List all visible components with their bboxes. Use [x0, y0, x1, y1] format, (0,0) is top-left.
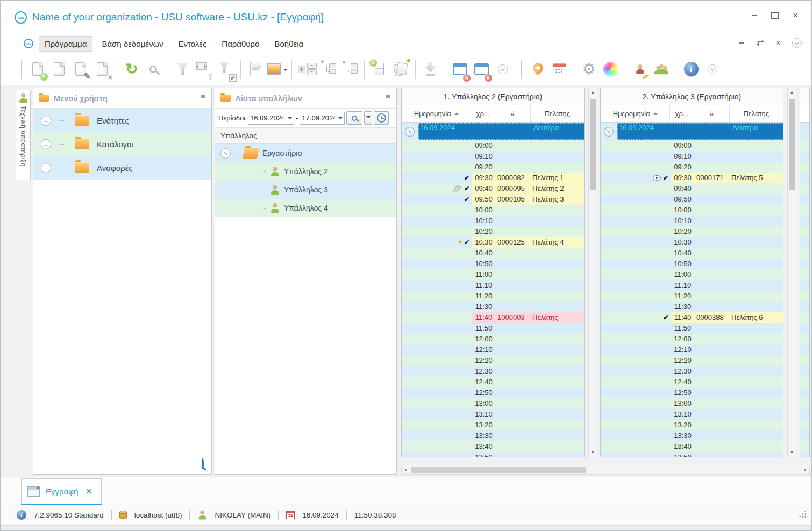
time-slot-row[interactable]: 10:50: [601, 259, 783, 269]
column-header-2[interactable]: #: [495, 105, 531, 122]
vertical-scrollbar[interactable]: ▲ ▼: [588, 88, 597, 457]
toolbar-grip[interactable]: [519, 60, 522, 79]
time-slot-row[interactable]: 12:40: [402, 377, 584, 388]
toolbar-flag-button[interactable]: [245, 58, 266, 81]
time-slot-row[interactable]: 10:30: [601, 237, 783, 248]
time-slot-row[interactable]: 13:10: [402, 409, 584, 420]
time-slot-row[interactable]: 10:10: [601, 216, 783, 226]
collapse-icon[interactable]: [604, 127, 614, 137]
tab-registration[interactable]: Εγγραφή ✕: [21, 478, 102, 504]
tab-close-icon[interactable]: ✕: [86, 487, 92, 496]
column-header-0[interactable]: Ημερομηνία: [601, 105, 670, 122]
time-slot-row[interactable]: 10:40: [402, 248, 584, 259]
time-slot-row[interactable]: 12:20: [601, 355, 783, 366]
toolbar-delete-record-button[interactable]: ×: [91, 58, 113, 81]
toolbar-copy-record-button[interactable]: [48, 58, 70, 81]
period-from-input[interactable]: 16.09.2024: [248, 112, 294, 125]
menu-item-4[interactable]: Βοήθεια: [268, 36, 309, 52]
column-header-0[interactable]: Ημερομηνία: [402, 105, 471, 122]
toolbar-search-button[interactable]: [143, 58, 164, 81]
column-header-3[interactable]: Πελάτης: [531, 105, 584, 122]
time-slot-row[interactable]: 13:00: [601, 398, 783, 409]
date-row[interactable]: 16.09.2024Δευτέρα: [402, 123, 584, 140]
toolbar-download-button[interactable]: [419, 58, 441, 81]
menu-item-1[interactable]: Βάση δεδομένων: [96, 36, 169, 52]
time-slot-row[interactable]: 13:30: [402, 430, 584, 441]
scroll-right-icon[interactable]: ›: [801, 465, 809, 474]
toolbar-settings-button[interactable]: ⚙: [578, 58, 600, 81]
time-slot-row[interactable]: 09:10: [402, 151, 584, 162]
expand-icon[interactable]: [41, 116, 51, 126]
toolbar-user-groups-button[interactable]: [651, 58, 672, 81]
menu-grip[interactable]: [17, 37, 19, 50]
scroll-thumb[interactable]: [411, 467, 586, 473]
toolbar-image-picker-button[interactable]: [266, 58, 288, 81]
time-slot-row[interactable]: 12:20: [402, 355, 584, 366]
toolbar-filter-columns-button[interactable]: [194, 58, 215, 81]
grid-title[interactable]: 1. Υπάλληλος 2 (Εργαστήριο): [402, 88, 584, 105]
column-header-2[interactable]: #: [694, 105, 730, 122]
toolbar-edit-record-button[interactable]: ✎: [70, 58, 91, 81]
time-slot-row[interactable]: 11:50: [402, 323, 584, 334]
employee-group-row[interactable]: Εργαστήριο: [215, 144, 396, 162]
time-slot-row[interactable]: 11:50: [601, 323, 783, 334]
time-slot-row[interactable]: 12:40: [601, 377, 783, 388]
time-slot-row[interactable]: 13:50: [402, 452, 584, 457]
collapse-icon[interactable]: [405, 127, 415, 137]
toolbar-overflow-button[interactable]: [702, 58, 723, 81]
toolbar-report-notes-button[interactable]: [390, 58, 411, 81]
column-header-3[interactable]: Πελάτης: [730, 105, 783, 122]
mdi-minimize-button[interactable]: [737, 39, 746, 47]
time-slot-row[interactable]: 10:00: [402, 205, 584, 216]
date-row[interactable]: 16.09.2024Δευτέρα: [601, 123, 783, 140]
toolbar-filter-button[interactable]: [172, 58, 194, 81]
pin-icon[interactable]: [200, 95, 206, 101]
time-slot-row[interactable]: 12:50: [601, 388, 783, 398]
menu-item-2[interactable]: Εντολές: [173, 36, 213, 52]
resize-grip[interactable]: [799, 510, 806, 518]
time-slot-row[interactable]: 11:00: [601, 269, 783, 280]
period-search-button[interactable]: [346, 111, 362, 125]
grid-title[interactable]: 2. Υπάλληλος 3 (Εργαστήριο): [601, 88, 783, 105]
toolbar-location-button[interactable]: [527, 58, 549, 81]
toolbar-row-toggle-button[interactable]: +: [296, 58, 317, 81]
time-slot-row[interactable]: 13:20: [402, 420, 584, 430]
column-header-1[interactable]: χρ...: [471, 105, 495, 122]
time-slot-row[interactable]: 10:20: [402, 226, 584, 237]
pin-icon[interactable]: [385, 95, 391, 101]
time-slot-row[interactable]: 12:30: [402, 366, 584, 377]
info-icon[interactable]: i: [17, 510, 26, 520]
time-slot-row[interactable]: 09:00: [402, 140, 584, 151]
scroll-thumb[interactable]: [789, 99, 795, 190]
employee-row-0[interactable]: Υπάλληλος 2: [215, 162, 396, 181]
time-slot-row[interactable]: ✔09:300000171Πελάτης 5: [601, 173, 783, 183]
selected-date-cell[interactable]: 16.09.2024Δευτέρα: [617, 123, 783, 140]
toolbar-tree-collapse-button[interactable]: ▼: [317, 58, 339, 81]
time-slot-row[interactable]: 13:30: [601, 430, 783, 441]
user-menu-item-2[interactable]: Αναφορές: [33, 156, 211, 180]
time-slot-row[interactable]: 11:10: [402, 280, 584, 291]
support-side-tab[interactable]: Τεχνική υποστήριξη: [16, 90, 31, 180]
time-slot-row[interactable]: 11:30: [402, 302, 584, 312]
time-slot-row[interactable]: 13:20: [601, 420, 783, 430]
time-slot-row[interactable]: 12:00: [402, 334, 584, 345]
expand-icon[interactable]: [41, 163, 51, 173]
toolbar-new-record-button[interactable]: +: [27, 58, 48, 81]
toolbar-color-theme-button[interactable]: [600, 58, 621, 81]
time-slot-row[interactable]: 13:40: [402, 441, 584, 452]
time-slot-row[interactable]: ✔11:400000388Πελάτης 6: [601, 312, 783, 323]
selected-date-cell[interactable]: 16.09.2024Δευτέρα: [418, 123, 584, 140]
toolbar-user-permissions-button[interactable]: [629, 58, 651, 81]
expand-icon[interactable]: [41, 139, 51, 149]
time-slot-row[interactable]: 13:00: [402, 398, 584, 409]
employee-row-2[interactable]: Υπάλληλος 4: [215, 199, 396, 217]
time-slot-row[interactable]: 11:10: [601, 280, 783, 291]
time-slot-row[interactable]: *✔10:300000125Πελάτης 4: [402, 237, 584, 248]
time-slot-row[interactable]: 13:40: [601, 441, 783, 452]
time-slot-row[interactable]: 09:10: [601, 151, 783, 162]
time-slot-row[interactable]: 10:10: [402, 216, 584, 226]
scroll-up-icon[interactable]: ▲: [788, 88, 796, 97]
period-clock-button[interactable]: [374, 111, 389, 125]
time-slot-row[interactable]: 12:10: [402, 345, 584, 355]
scroll-up-icon[interactable]: ▲: [589, 88, 597, 97]
